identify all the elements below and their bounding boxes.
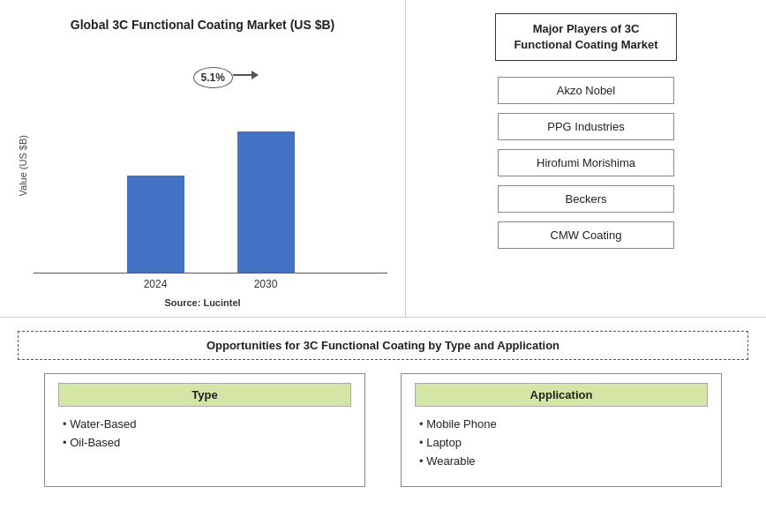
y-axis-label: Value (US $B) [18,135,28,197]
opportunities-title: Opportunities for 3C Functional Coating … [18,331,748,360]
application-item-2: Laptop [415,436,708,449]
source-text: Source: Lucintel [164,297,240,308]
type-item-1: Water-Based [58,417,351,431]
application-header: Application [415,383,708,407]
players-title: Major Players of 3C Functional Coating M… [495,13,676,61]
application-item-3: Wearable [415,454,708,468]
player-item-2: PPG Industries [498,113,674,140]
bar-2030 [237,131,295,273]
bar-group-2024 [127,176,184,273]
x-label-2030: 2030 [237,278,295,290]
type-item-2: Oil-Based [58,436,351,449]
chart-title: Global 3C Functional Coating Market (US … [71,18,334,32]
annotation-container: 5.1% [193,67,233,88]
annotation-bubble: 5.1% [193,67,233,88]
players-title-line1: Major Players of 3C [533,22,640,35]
player-item-1: Akzo Nobel [498,77,674,104]
player-item-3: Hirofumi Morishima [498,149,674,176]
bar-2024 [127,176,184,273]
bottom-section: Opportunities for 3C Functional Coating … [0,318,766,532]
x-axis: 2024 2030 [34,273,387,290]
opportunities-content: Type Water-Based Oil-Based Application M… [18,373,748,487]
type-column: Type Water-Based Oil-Based [44,373,365,487]
application-item-1: Mobile Phone [415,417,708,431]
application-column: Application Mobile Phone Laptop Wearable [401,373,722,487]
x-label-2024: 2024 [127,278,184,290]
player-item-5: CMW Coating [498,221,674,249]
players-title-line2: Functional Coating Market [514,38,657,51]
bars-container: 5.1% [34,41,387,273]
right-panel: Major Players of 3C Functional Coating M… [406,0,766,317]
bar-group-2030 [237,131,295,273]
chart-inner: 5.1% 2024 [34,41,387,290]
top-section: Global 3C Functional Coating Market (US … [0,0,766,318]
player-item-4: Beckers [498,185,674,213]
chart-area: Global 3C Functional Coating Market (US … [0,0,406,317]
chart-wrapper: Value (US $B) 5.1% [18,41,387,290]
main-container: Global 3C Functional Coating Market (US … [0,0,766,532]
type-header: Type [58,383,351,407]
annotation-arrow [233,74,258,76]
